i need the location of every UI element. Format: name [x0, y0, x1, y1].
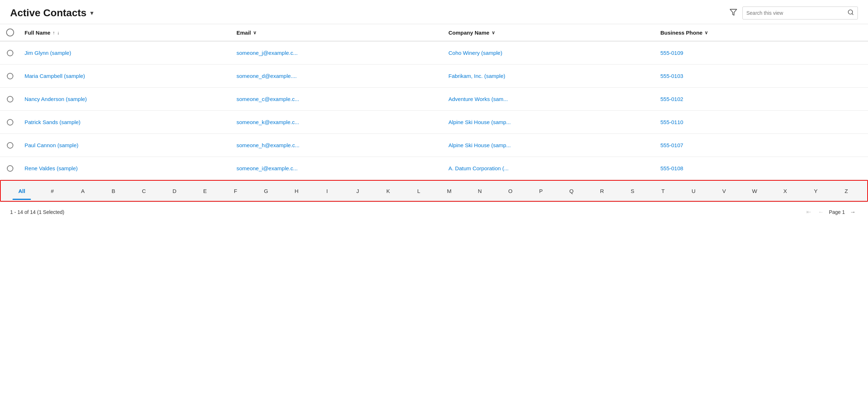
alphabet-bar: All#ABCDEFGHIJKLMNOPQRSTUVWXYZ [0, 180, 868, 202]
alpha-item-C[interactable]: C [128, 183, 159, 199]
row-checkbox-circle-3[interactable] [7, 119, 13, 126]
row-checkbox-4[interactable] [0, 136, 20, 154]
link-phone-2[interactable]: 555-0102 [660, 96, 683, 102]
row-checkbox-circle-0[interactable] [7, 50, 13, 56]
alpha-item-D[interactable]: D [159, 183, 190, 199]
cell-full-name-2: Nancy Anderson (sample) [20, 90, 232, 108]
cell-email-0: someone_j@example.c... [232, 44, 444, 62]
link-full-name-3[interactable]: Patrick Sands (sample) [25, 119, 80, 125]
alpha-item-All[interactable]: All [6, 183, 37, 199]
sort-up-icon[interactable]: ↑ [53, 30, 55, 35]
alpha-item-R[interactable]: R [587, 183, 618, 199]
checkbox-circle[interactable] [6, 28, 14, 36]
col-header-full-name[interactable]: Full Name ↑ ↓ [20, 28, 232, 36]
alpha-item-V[interactable]: V [709, 183, 740, 199]
link-full-name-0[interactable]: Jim Glynn (sample) [25, 50, 71, 56]
alpha-item-H[interactable]: H [281, 183, 312, 199]
alpha-item-Z[interactable]: Z [831, 183, 862, 199]
alpha-item-Y[interactable]: Y [801, 183, 831, 199]
alpha-item-T[interactable]: T [648, 183, 679, 199]
link-company-5[interactable]: A. Datum Corporation (... [449, 165, 509, 171]
link-company-0[interactable]: Coho Winery (sample) [449, 50, 502, 56]
link-phone-3[interactable]: 555-0110 [660, 119, 683, 125]
alpha-item-K[interactable]: K [373, 183, 404, 199]
alpha-item-J[interactable]: J [343, 183, 373, 199]
footer-bar: 1 - 14 of 14 (1 Selected) ⇤ ← Page 1 → [0, 202, 868, 222]
alpha-item-F[interactable]: F [220, 183, 251, 199]
first-page-button[interactable]: ⇤ [804, 207, 813, 217]
row-checkbox-0[interactable] [0, 44, 20, 62]
cell-email-4: someone_h@example.c... [232, 136, 444, 154]
row-checkbox-5[interactable] [0, 159, 20, 177]
alpha-item-P[interactable]: P [525, 183, 556, 199]
alpha-item-Q[interactable]: Q [556, 183, 587, 199]
alpha-item-X[interactable]: X [770, 183, 801, 199]
cell-phone-4: 555-0107 [656, 136, 868, 154]
alpha-item-E[interactable]: E [190, 183, 221, 199]
alpha-item-I[interactable]: I [312, 183, 343, 199]
link-phone-4[interactable]: 555-0107 [660, 142, 683, 148]
email-sort-down-icon[interactable]: ∨ [253, 30, 257, 35]
col-header-email[interactable]: Email ∨ [232, 28, 444, 36]
link-full-name-1[interactable]: Maria Campbell (sample) [25, 73, 85, 79]
col-label-business-phone: Business Phone [660, 30, 703, 36]
cell-company-3: Alpine Ski House (samp... [444, 113, 656, 131]
alpha-item-W[interactable]: W [740, 183, 770, 199]
row-checkbox-1[interactable] [0, 67, 20, 85]
table-row: Patrick Sands (sample) someone_k@example… [0, 111, 868, 134]
cell-company-1: Fabrikam, Inc. (sample) [444, 67, 656, 85]
table-header: Full Name ↑ ↓ Email ∨ Company Name ∨ Bus… [0, 24, 868, 41]
link-email-0[interactable]: someone_j@example.c... [236, 50, 297, 56]
select-all-checkbox[interactable] [0, 28, 20, 36]
next-page-button[interactable]: → [848, 207, 858, 217]
link-email-3[interactable]: someone_k@example.c... [236, 119, 299, 125]
link-full-name-2[interactable]: Nancy Anderson (sample) [25, 96, 87, 102]
cell-full-name-0: Jim Glynn (sample) [20, 44, 232, 62]
search-icon [847, 9, 854, 17]
title-chevron-icon[interactable]: ▾ [90, 9, 93, 17]
alpha-item-G[interactable]: G [251, 183, 282, 199]
alpha-item-L[interactable]: L [404, 183, 434, 199]
filter-icon[interactable] [729, 8, 737, 18]
alpha-item-U[interactable]: U [678, 183, 709, 199]
alpha-item-S[interactable]: S [617, 183, 648, 199]
alpha-item-M[interactable]: M [434, 183, 465, 199]
link-company-4[interactable]: Alpine Ski House (samp... [449, 142, 511, 148]
phone-sort-down-icon[interactable]: ∨ [705, 30, 708, 35]
link-company-1[interactable]: Fabrikam, Inc. (sample) [449, 73, 506, 79]
prev-page-button[interactable]: ← [816, 207, 826, 217]
cell-company-4: Alpine Ski House (samp... [444, 136, 656, 154]
title-area: Active Contacts ▾ [10, 7, 93, 19]
col-header-business-phone[interactable]: Business Phone ∨ [656, 28, 868, 36]
row-checkbox-circle-5[interactable] [7, 165, 13, 172]
page-label: Page 1 [829, 209, 845, 215]
row-checkbox-circle-1[interactable] [7, 73, 13, 79]
cell-email-5: someone_i@example.c... [232, 159, 444, 177]
link-company-3[interactable]: Alpine Ski House (samp... [449, 119, 511, 125]
row-checkbox-3[interactable] [0, 113, 20, 131]
link-company-2[interactable]: Adventure Works (sam... [449, 96, 508, 102]
cell-full-name-5: Rene Valdes (sample) [20, 159, 232, 177]
search-input[interactable] [746, 10, 845, 16]
row-checkbox-2[interactable] [0, 90, 20, 108]
link-phone-1[interactable]: 555-0103 [660, 73, 683, 79]
link-email-5[interactable]: someone_i@example.c... [236, 165, 297, 171]
col-header-company-name[interactable]: Company Name ∨ [444, 28, 656, 36]
company-sort-down-icon[interactable]: ∨ [492, 30, 495, 35]
link-full-name-4[interactable]: Paul Cannon (sample) [25, 142, 78, 148]
link-email-2[interactable]: someone_c@example.c... [236, 96, 299, 102]
alpha-item-O[interactable]: O [495, 183, 526, 199]
link-full-name-5[interactable]: Rene Valdes (sample) [25, 165, 78, 171]
alpha-item-#[interactable]: # [37, 183, 68, 199]
row-checkbox-circle-2[interactable] [7, 96, 13, 102]
sort-down-icon[interactable]: ↓ [57, 30, 60, 35]
link-email-4[interactable]: someone_h@example.c... [236, 142, 300, 148]
link-email-1[interactable]: someone_d@example.... [236, 73, 297, 79]
alpha-item-B[interactable]: B [98, 183, 129, 199]
link-phone-5[interactable]: 555-0108 [660, 165, 683, 171]
alpha-item-A[interactable]: A [67, 183, 98, 199]
footer-info: 1 - 14 of 14 (1 Selected) [10, 209, 64, 215]
link-phone-0[interactable]: 555-0109 [660, 50, 683, 56]
row-checkbox-circle-4[interactable] [7, 142, 13, 149]
alpha-item-N[interactable]: N [464, 183, 495, 199]
